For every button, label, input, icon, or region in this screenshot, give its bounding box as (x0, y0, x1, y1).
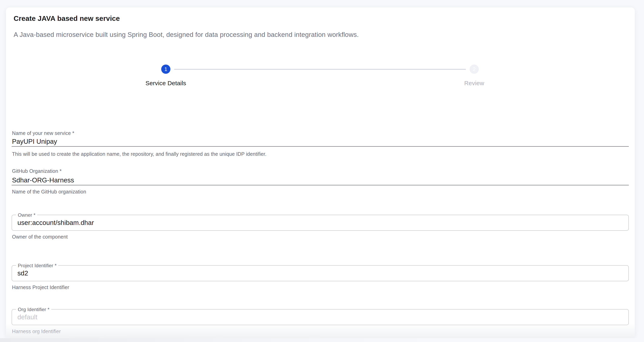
page-title: Create JAVA based new service (14, 15, 120, 23)
project-identifier-field: Project Identifier * (12, 265, 629, 281)
github-org-input[interactable] (12, 176, 629, 185)
owner-field: Owner * (12, 215, 629, 231)
github-org-field (12, 176, 629, 186)
page-description: A Java-based microservice built using Sp… (14, 31, 359, 39)
github-org-helper: Name of the GitHub organization (12, 189, 86, 195)
org-identifier-input[interactable] (12, 309, 628, 325)
org-identifier-label: Org Identifier * (16, 306, 51, 312)
step-1-number: 1 (164, 66, 167, 72)
project-identifier-label: Project Identifier * (16, 263, 58, 269)
owner-input[interactable] (12, 215, 628, 230)
create-service-card: Create JAVA based new service A Java-bas… (6, 8, 635, 338)
project-identifier-helper: Harness Project Identifier (12, 284, 69, 290)
stepper: 1 Service Details 2 Review (12, 65, 628, 97)
service-name-label: Name of your new service * (12, 130, 74, 136)
stepper-connector (174, 69, 466, 70)
org-identifier-field: Org Identifier * (12, 309, 629, 325)
owner-label: Owner * (16, 212, 37, 218)
project-identifier-input[interactable] (12, 266, 628, 281)
step-2-label: Review (464, 80, 484, 87)
service-name-helper: This will be used to create the applicat… (12, 151, 266, 157)
step-1-label: Service Details (146, 80, 186, 87)
owner-helper: Owner of the component (12, 234, 68, 240)
step-2-icon: 2 (470, 65, 479, 74)
github-org-label: GitHub Organization * (12, 168, 62, 174)
step-2-number: 2 (473, 66, 476, 72)
service-name-field (12, 137, 629, 147)
card-bottom-fade (6, 323, 635, 338)
page-bottom-strip (0, 338, 644, 342)
step-1-icon: 1 (161, 65, 170, 74)
org-identifier-helper: Harness org Identifier (12, 328, 61, 334)
service-name-input[interactable] (12, 137, 629, 146)
